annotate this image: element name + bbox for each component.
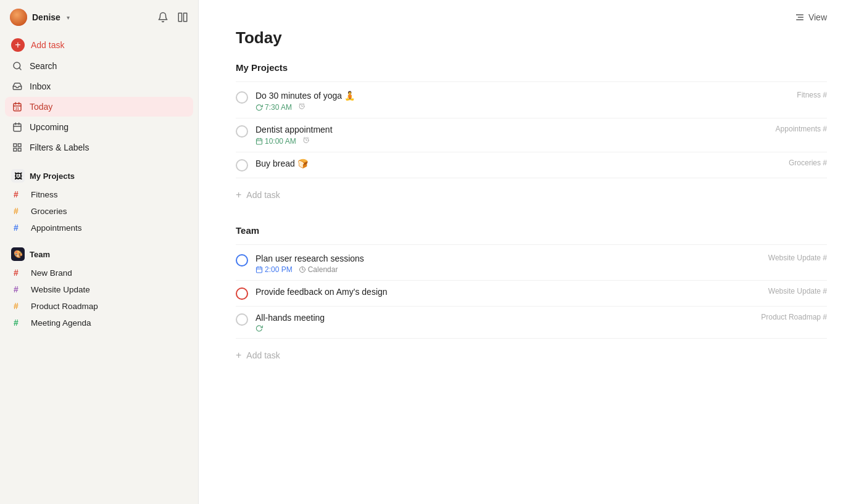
label-text: Website Update # — [768, 254, 827, 262]
add-task-button[interactable]: + Add task — [5, 35, 193, 56]
nav-section: + Add task Search Inbox — [0, 32, 198, 160]
team-section: 🎨 Team # New Brand # Website Update # Pr… — [0, 239, 198, 334]
today-icon: 21 — [11, 101, 23, 113]
my-projects-task-section: My Projects Do 30 minutes of yoga 🧘 7:30… — [236, 62, 827, 207]
task-content: Plan user research sessions 2:00 PM — [255, 254, 827, 274]
task-checkbox[interactable] — [236, 159, 248, 171]
task-name: Buy bread 🍞 — [255, 159, 827, 168]
my-projects-section: 🖼 My Projects # Fitness # Groceries # Ap… — [0, 160, 198, 239]
hash-icon: # — [14, 301, 25, 311]
my-projects-avatar: 🖼 — [11, 169, 25, 183]
section-divider — [236, 244, 827, 245]
hash-icon: # — [14, 189, 25, 199]
sidebar-item-inbox-label: Inbox — [30, 81, 51, 91]
task-meta: 10:00 AM — [255, 136, 827, 146]
sidebar-item-fitness[interactable]: # Fitness — [5, 186, 193, 202]
team-title: Team — [30, 250, 50, 259]
view-button[interactable]: View — [795, 12, 827, 22]
task-label: Product Roadmap # — [761, 313, 827, 321]
svg-rect-1 — [184, 13, 187, 22]
inbox-icon — [11, 80, 23, 93]
page-title: Today — [236, 28, 827, 48]
sidebar-item-search-label: Search — [30, 61, 57, 71]
sidebar-item-today-label: Today — [30, 102, 52, 112]
my-projects-task-list: Do 30 minutes of yoga 🧘 7:30 AM — [236, 85, 827, 178]
svg-text:21: 21 — [15, 107, 19, 110]
sidebar-item-inbox[interactable]: Inbox — [5, 76, 193, 96]
search-icon — [11, 60, 23, 72]
task-content: Provide feedback on Amy's design — [255, 287, 827, 299]
table-row[interactable]: Plan user research sessions 2:00 PM — [236, 247, 827, 281]
sidebar-item-groceries[interactable]: # Groceries — [5, 203, 193, 219]
task-meta: 2:00 PM Calendar — [255, 265, 827, 274]
table-row[interactable]: Buy bread 🍞 Groceries # — [236, 152, 827, 178]
sidebar: Denise ▾ + Add task — [0, 0, 199, 504]
team-header[interactable]: 🎨 Team — [5, 245, 193, 265]
team-task-list: Plan user research sessions 2:00 PM — [236, 247, 827, 339]
table-row[interactable]: Dentist appointment 10:00 AM — [236, 118, 827, 152]
task-meta: 7:30 AM — [255, 102, 827, 112]
my-projects-header[interactable]: 🖼 My Projects — [5, 167, 193, 186]
svg-rect-16 — [18, 148, 21, 151]
sidebar-item-filters[interactable]: Filters & Labels — [5, 138, 193, 157]
hash-icon: # — [14, 318, 25, 328]
task-name: All-hands meeting — [255, 313, 827, 323]
table-row[interactable]: All-hands meeting Product Roadmap # — [236, 307, 827, 339]
team-task-section: Team Plan user research sessions — [236, 225, 827, 367]
notifications-button[interactable] — [157, 12, 168, 23]
svg-rect-0 — [178, 13, 181, 22]
groceries-label: Groceries — [31, 207, 67, 216]
view-label: View — [808, 12, 827, 22]
sidebar-item-meeting-agenda[interactable]: # Meeting Agenda — [5, 315, 193, 331]
task-time: 10:00 AM — [255, 137, 296, 146]
task-label: Website Update # — [768, 254, 827, 262]
appointments-label: Appointments — [31, 223, 82, 233]
sidebar-item-new-brand[interactable]: # New Brand — [5, 265, 193, 281]
sidebar-item-filters-label: Filters & Labels — [30, 143, 89, 152]
my-projects-title: My Projects — [30, 171, 75, 181]
filters-icon — [11, 141, 23, 154]
label-text: Product Roadmap # — [761, 313, 827, 321]
svg-rect-24 — [257, 139, 262, 144]
user-name: Denise — [32, 12, 60, 22]
meeting-agenda-label: Meeting Agenda — [31, 318, 91, 328]
header-icons — [157, 12, 188, 23]
upcoming-icon — [11, 121, 23, 133]
task-content: Buy bread 🍞 — [255, 159, 827, 170]
task-checkbox[interactable] — [236, 254, 248, 266]
layout-button[interactable] — [177, 12, 188, 23]
sidebar-item-today[interactable]: 21 Today — [5, 97, 193, 117]
task-time: 7:30 AM — [255, 103, 292, 112]
sidebar-item-search[interactable]: Search — [5, 56, 193, 76]
add-task-row-team[interactable]: + Add task — [236, 344, 827, 367]
task-checkbox[interactable] — [236, 313, 248, 326]
svg-line-22 — [299, 104, 300, 104]
task-name: Provide feedback on Amy's design — [255, 287, 827, 297]
my-projects-section-title: My Projects — [236, 62, 827, 76]
team-avatar: 🎨 — [11, 247, 25, 261]
user-menu[interactable]: Denise ▾ — [10, 9, 70, 26]
add-task-row-my-projects[interactable]: + Add task — [236, 183, 827, 207]
section-divider — [236, 81, 827, 82]
sidebar-item-appointments[interactable]: # Appointments — [5, 220, 193, 236]
task-label: Appointments # — [776, 125, 827, 133]
task-label: Groceries # — [789, 159, 827, 167]
product-roadmap-label: Product Roadmap — [31, 302, 98, 311]
task-content: Dentist appointment 10:00 AM — [255, 125, 827, 146]
table-row[interactable]: Provide feedback on Amy's design Website… — [236, 281, 827, 307]
task-checkbox[interactable] — [236, 125, 248, 138]
alarm-icon — [302, 136, 310, 146]
add-task-label: Add task — [246, 190, 280, 200]
label-text: Groceries # — [789, 159, 827, 167]
sidebar-item-website-update[interactable]: # Website Update — [5, 281, 193, 297]
website-update-label: Website Update — [31, 285, 90, 294]
sidebar-item-product-roadmap[interactable]: # Product Roadmap — [5, 298, 193, 314]
sidebar-item-upcoming[interactable]: Upcoming — [5, 117, 193, 137]
svg-line-30 — [307, 138, 308, 138]
new-brand-label: New Brand — [31, 268, 72, 278]
task-checkbox[interactable] — [236, 91, 248, 104]
table-row[interactable]: Do 30 minutes of yoga 🧘 7:30 AM — [236, 85, 827, 118]
svg-rect-31 — [257, 267, 262, 273]
task-checkbox[interactable] — [236, 287, 248, 300]
avatar — [10, 9, 27, 26]
